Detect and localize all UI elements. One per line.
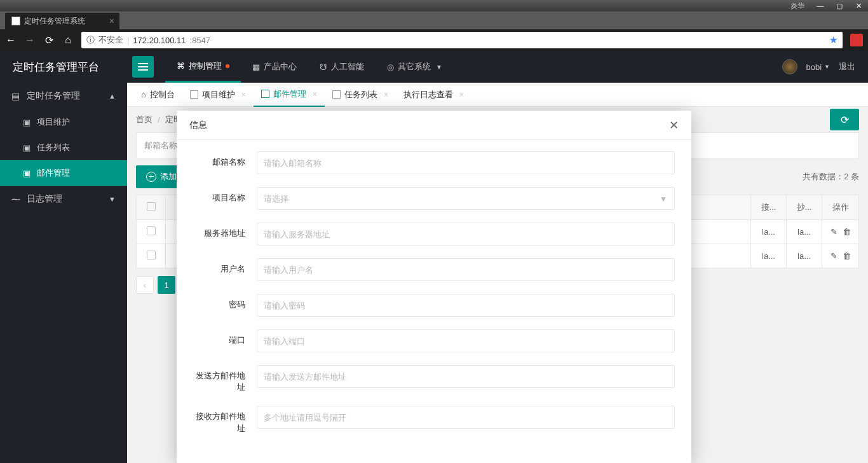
- avatar[interactable]: [782, 59, 797, 74]
- sender-input[interactable]: [257, 365, 675, 388]
- server-input[interactable]: [257, 223, 675, 245]
- tab-close-icon[interactable]: ×: [109, 16, 114, 26]
- app-header: 定时任务管理平台 ⌘ 控制管理 ▦ 产品中心 ☋ 人工智能 ◎ 其它系统 ▼ b…: [0, 51, 868, 83]
- logout-button[interactable]: 退出: [839, 61, 855, 73]
- grid-icon: ▦: [252, 62, 260, 72]
- browser-tab[interactable]: 定时任务管理系统 ×: [5, 13, 119, 29]
- console-icon: ⌘: [177, 61, 185, 71]
- port-input[interactable]: [257, 329, 675, 352]
- password-input[interactable]: [257, 294, 675, 317]
- back-icon[interactable]: ←: [5, 34, 17, 46]
- url-host: 172.20.100.11: [133, 36, 186, 45]
- project-select[interactable]: [257, 187, 675, 210]
- target-icon: ◎: [387, 62, 394, 72]
- sidebar-toggle-button[interactable]: [132, 56, 154, 78]
- insecure-label: 不安全: [98, 34, 123, 46]
- info-icon: ⓘ: [86, 34, 95, 46]
- app-title: 定时任务管理平台: [0, 60, 127, 74]
- top-nav-product[interactable]: ▦ 产品中心: [241, 51, 308, 83]
- label-mailbox-name: 邮箱名称: [193, 151, 257, 174]
- mailbox-name-input[interactable]: [257, 151, 675, 174]
- window-titlebar: 炎华 — ▢ ✕: [0, 0, 868, 11]
- modal-close-icon[interactable]: ✕: [669, 118, 679, 132]
- notification-dot-icon: [226, 64, 229, 68]
- home-icon[interactable]: ⌂: [62, 34, 74, 46]
- robot-icon: ☋: [320, 62, 327, 72]
- receiver-input[interactable]: [257, 406, 675, 429]
- window-close-icon[interactable]: ✕: [849, 0, 868, 11]
- chevron-down-icon: ▼: [436, 64, 442, 71]
- modal-overlay: 信息 ✕ 邮箱名称 项目名称 ▼ 服务器地址 用户名: [0, 83, 868, 463]
- window-maximize-icon[interactable]: ▢: [830, 0, 849, 11]
- label-project: 项目名称: [193, 187, 257, 210]
- top-nav-ai[interactable]: ☋ 人工智能: [308, 51, 376, 83]
- url-bar[interactable]: ⓘ 不安全 | 172.20.100.11:8547 ★: [81, 32, 843, 48]
- info-modal: 信息 ✕ 邮箱名称 项目名称 ▼ 服务器地址 用户名: [177, 111, 691, 463]
- reload-icon[interactable]: ⟳: [43, 34, 55, 46]
- browser-tab-bar: 定时任务管理系统 ×: [0, 11, 868, 29]
- label-password: 密码: [193, 294, 257, 317]
- username-dropdown[interactable]: bobi ▼: [806, 62, 831, 72]
- forward-icon[interactable]: →: [24, 34, 36, 46]
- chevron-down-icon: ▼: [824, 64, 830, 70]
- label-server: 服务器地址: [193, 223, 257, 245]
- label-username: 用户名: [193, 258, 257, 281]
- label-port: 端口: [193, 329, 257, 352]
- top-nav: ⌘ 控制管理 ▦ 产品中心 ☋ 人工智能 ◎ 其它系统 ▼: [165, 51, 454, 83]
- modal-title: 信息: [189, 120, 207, 131]
- username-input[interactable]: [257, 258, 675, 281]
- hamburger-icon: [138, 66, 148, 67]
- os-user-label: 炎华: [784, 1, 811, 11]
- label-receiver: 接收方邮件地址: [193, 406, 257, 434]
- bookmark-star-icon[interactable]: ★: [829, 34, 837, 46]
- url-port: :8547: [190, 36, 211, 45]
- top-nav-control[interactable]: ⌘ 控制管理: [165, 51, 241, 83]
- favicon-icon: [11, 17, 20, 25]
- window-minimize-icon[interactable]: —: [811, 0, 830, 11]
- extension-icon[interactable]: [850, 34, 863, 46]
- top-nav-other[interactable]: ◎ 其它系统 ▼: [376, 51, 454, 83]
- browser-tab-title: 定时任务管理系统: [24, 16, 85, 27]
- browser-nav-bar: ← → ⟳ ⌂ ⓘ 不安全 | 172.20.100.11:8547 ★: [0, 29, 868, 51]
- label-sender: 发送方邮件地址: [193, 365, 257, 393]
- modal-header: 信息 ✕: [177, 111, 691, 140]
